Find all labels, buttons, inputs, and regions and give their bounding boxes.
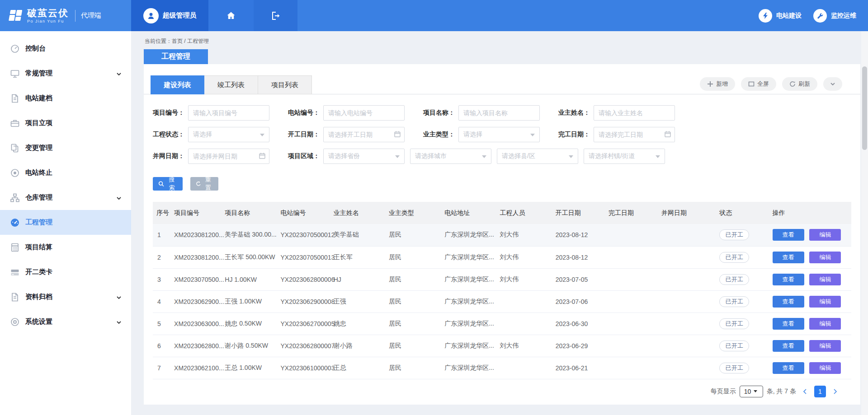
sidebar-item-label: 项目立项 (25, 119, 52, 127)
search-button[interactable]: 搜索 (153, 177, 183, 191)
next-page-button[interactable] (830, 388, 840, 395)
breadcrumb: 当前位置：首页 / 工程管理 (131, 31, 860, 45)
edit-button[interactable]: 编辑 (809, 318, 841, 330)
sidebar-item-label: 系统设置 (25, 317, 52, 326)
scrollbar-thumb[interactable] (862, 66, 867, 150)
finish-date-input[interactable] (594, 127, 675, 142)
home-icon (226, 10, 236, 21)
edit-button[interactable]: 编辑 (809, 362, 841, 374)
select-placeholder: 请选择村镇/街道 (589, 152, 635, 160)
per-page-label: 每页显示 (711, 387, 736, 396)
county-select[interactable]: 请选择县/区 (497, 149, 578, 164)
user-menu[interactable]: 超级管理员 (131, 0, 208, 31)
refresh-button[interactable]: 刷新 (782, 77, 817, 91)
col-header: 电站编号 (280, 202, 333, 224)
start-date-picker[interactable] (323, 127, 405, 142)
table-row[interactable]: 4 XM2023062900... 王强 1.00KW YX2023062900… (153, 290, 851, 312)
sidebar-item-data-archive[interactable]: 资料归档 (0, 284, 131, 309)
city-select[interactable]: 请选择城市 (410, 149, 491, 164)
sidebar-item-station-filing[interactable]: 电站建档 (0, 86, 131, 111)
edit-button[interactable]: 编辑 (809, 274, 841, 285)
select-placeholder: 请选择省份 (328, 152, 360, 160)
field-label: 项目区域： (288, 152, 320, 160)
owner-name-input[interactable] (594, 105, 675, 121)
station-no-input[interactable] (323, 105, 405, 121)
view-button[interactable]: 查看 (773, 296, 804, 308)
reset-button[interactable]: 重置 (190, 177, 218, 191)
page-number-button[interactable]: 1 (814, 386, 826, 397)
table-row[interactable]: 1 XM2023081200... 美学基础 300.00... YX20230… (153, 224, 851, 246)
settings-icon (10, 317, 20, 327)
prev-page-button[interactable] (800, 388, 811, 395)
refresh-label: 刷新 (798, 80, 810, 88)
breadcrumb-path[interactable]: 首页 / 工程管理 (172, 38, 209, 44)
view-button[interactable]: 查看 (773, 318, 804, 330)
grid-date-input[interactable] (188, 149, 269, 164)
table-row[interactable]: 5 XM2023063000... 姚忠 0.50KW YX2023062700… (153, 312, 851, 335)
sidebar-item-project-settlement[interactable]: 项目结算 (0, 235, 131, 260)
sidebar-item-open-type2-card[interactable]: 开二类卡 (0, 260, 131, 284)
table-row[interactable]: 2 XM2023081200... 王长军 500.00KW YX2023070… (153, 246, 851, 268)
edit-button[interactable]: 编辑 (809, 296, 841, 308)
plus-icon (707, 81, 713, 87)
sidebar-item-label: 工程管理 (25, 218, 52, 227)
view-button[interactable]: 查看 (773, 252, 804, 263)
window-scrollbar[interactable] (861, 31, 868, 415)
status-badge: 已开工 (719, 318, 749, 329)
per-page-select[interactable]: 10 (740, 386, 763, 397)
view-button[interactable]: 查看 (773, 274, 804, 285)
sidebar-item-change-mgmt[interactable]: 变更管理 (0, 135, 131, 160)
field-label: 项目编号： (153, 109, 184, 117)
grid-date-picker[interactable] (188, 149, 269, 164)
wrench-icon (813, 9, 827, 23)
sidebar-item-engineering-mgmt[interactable]: 工程管理 (0, 210, 131, 235)
table-row[interactable]: 3 XM2023070500... HJ 1.00KW YX2023062800… (153, 268, 851, 290)
fullscreen-icon (748, 81, 755, 87)
sidebar-item-general-mgmt[interactable]: 常规管理 (0, 61, 131, 86)
sidebar-item-warehouse-mgmt[interactable]: 仓库管理 (0, 185, 131, 210)
project-no-input[interactable] (188, 105, 269, 121)
sidebar-item-system-settings[interactable]: 系统设置 (0, 309, 131, 334)
table-row[interactable]: 6 XM2023062800... 谢小路 0.50KW YX202306280… (153, 335, 851, 357)
edit-button[interactable]: 编辑 (809, 229, 841, 241)
sidebar-item-project-initiation[interactable]: 项目立项 (0, 111, 131, 135)
edit-button[interactable]: 编辑 (809, 340, 841, 352)
gauge-icon (10, 44, 20, 54)
nav-station-build[interactable]: 电站建设 (759, 0, 802, 31)
view-button[interactable]: 查看 (773, 229, 804, 241)
finish-date-picker[interactable] (594, 127, 675, 142)
add-button[interactable]: 新增 (700, 77, 735, 91)
status-badge: 已开工 (719, 363, 749, 373)
status-select[interactable]: 请选择 (188, 127, 269, 142)
field-label: 电站编号： (288, 109, 320, 117)
user-name: 超级管理员 (163, 11, 197, 20)
edit-button[interactable]: 编辑 (809, 252, 841, 263)
table-row[interactable]: 7 XM2023062100... 王总 1.00KW YX2023061000… (153, 357, 851, 379)
col-header: 开工日期 (555, 202, 608, 224)
tab-construction-list[interactable]: 建设列表 (151, 75, 204, 94)
target-icon (10, 168, 20, 178)
collapse-toolbar-button[interactable] (823, 77, 842, 91)
tab-completion-list[interactable]: 竣工列表 (204, 75, 258, 94)
project-name-input[interactable] (458, 105, 540, 121)
logout-button[interactable] (254, 0, 297, 31)
caret-down-icon (395, 155, 400, 158)
nav-monitor-ops[interactable]: 监控运维 (813, 0, 856, 31)
sidebar-item-station-termination[interactable]: 电站终止 (0, 160, 131, 185)
briefcase-icon (10, 118, 20, 128)
select-placeholder: 请选择 (193, 131, 212, 139)
reset-icon (196, 181, 201, 187)
start-date-input[interactable] (323, 127, 405, 142)
home-button[interactable] (208, 0, 254, 31)
owner-type-select[interactable]: 请选择 (458, 127, 540, 142)
tab-project-list[interactable]: 项目列表 (258, 75, 312, 94)
sidebar-item-console[interactable]: 控制台 (0, 36, 131, 61)
town-select[interactable]: 请选择村镇/街道 (584, 149, 665, 164)
view-button[interactable]: 查看 (773, 340, 804, 352)
province-select[interactable]: 请选择省份 (323, 149, 405, 164)
status-badge: 已开工 (719, 229, 749, 240)
col-header: 项目编号 (173, 202, 224, 224)
view-button[interactable]: 查看 (773, 362, 804, 374)
field-label: 业主类型： (423, 131, 455, 139)
fullscreen-button[interactable]: 全屏 (741, 77, 776, 91)
